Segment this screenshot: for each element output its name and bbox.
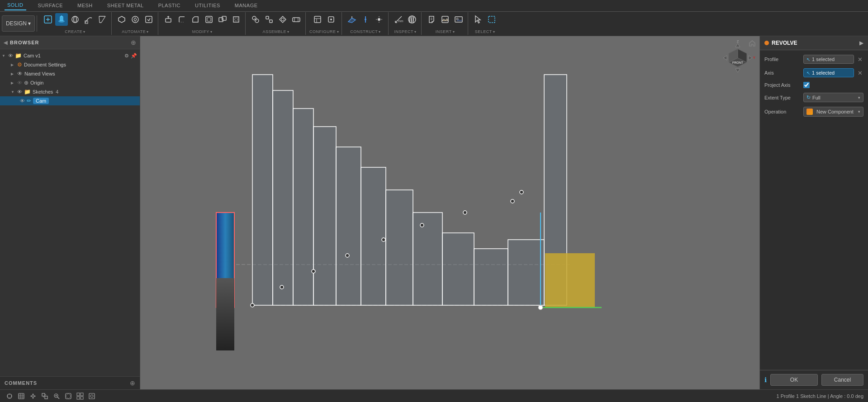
profile-selected-field[interactable]: ↖ 1 selected	[803, 55, 854, 64]
modify-chamfer[interactable]	[189, 13, 202, 26]
tab-bar: SOLID SURFACE MESH SHEET METAL PLASTIC U…	[0, 0, 868, 12]
view-options-button[interactable]	[87, 391, 97, 401]
comments-section[interactable]: COMMENTS ⊕	[0, 376, 140, 389]
configure-icon-2[interactable]	[325, 13, 337, 26]
svg-point-76	[251, 303, 254, 307]
axis-selected-field[interactable]: ↖ 1 selected	[803, 68, 854, 77]
assemble-icon-4[interactable]	[290, 13, 303, 26]
snap-tool-button[interactable]	[5, 391, 14, 401]
tab-utilities[interactable]: UTILITIES	[192, 1, 223, 10]
profile-clear-button[interactable]: ✕	[857, 56, 863, 63]
inspect-icons: mm	[392, 13, 418, 26]
svg-rect-116	[77, 393, 80, 396]
svg-point-77	[280, 285, 284, 289]
construct-point-icon[interactable]	[373, 13, 385, 26]
configure-icon-1[interactable]	[311, 13, 324, 26]
tab-mesh[interactable]: MESH	[75, 1, 95, 10]
axis-clear-button[interactable]: ✕	[857, 70, 863, 76]
browser-collapse-arrow[interactable]: ◀	[4, 40, 7, 46]
assemble-icon-3[interactable]	[276, 13, 289, 26]
tab-solid[interactable]: SOLID	[5, 0, 26, 10]
tab-surface[interactable]: SURFACE	[35, 1, 66, 10]
extent-type-row: Extent Type ↻ Full ▾	[764, 93, 863, 102]
tool-group-configure: CONFIGURE ▾	[307, 12, 342, 35]
create-sweep-icon[interactable]	[82, 13, 95, 26]
separator-1	[37, 15, 37, 32]
eye-icon-cam-sketch[interactable]: 👁	[20, 98, 25, 104]
insert-derive-icon[interactable]	[425, 13, 438, 26]
project-axis-checkbox[interactable]	[803, 82, 810, 88]
viewport[interactable]: FRONT Z Y	[140, 36, 759, 389]
automate-icon-3[interactable]	[142, 13, 155, 26]
automate-icon-1[interactable]	[115, 13, 128, 26]
tree-item-named-views[interactable]: ▶ 👁 Named Views	[0, 69, 140, 78]
tab-plastic[interactable]: PLASTIC	[156, 1, 183, 10]
eye-icon-origin[interactable]: 👁	[17, 80, 22, 85]
assemble-icon-1[interactable]	[249, 13, 262, 26]
select-box-icon[interactable]	[485, 13, 498, 26]
construct-group-label[interactable]: CONSTRUCT ▾	[350, 29, 381, 34]
modify-shell[interactable]	[203, 13, 215, 26]
select-group-label[interactable]: SELECT ▾	[475, 29, 495, 34]
tab-manage[interactable]: MANAGE	[232, 1, 261, 10]
eye-icon-sketches[interactable]: 👁	[17, 89, 22, 95]
create-group-label[interactable]: CREATE ▾	[65, 29, 85, 34]
zoom-fit-button[interactable]	[40, 391, 50, 401]
inspect-group-label[interactable]: INSPECT ▾	[394, 29, 417, 34]
modify-combine[interactable]	[216, 13, 229, 26]
pin-icon[interactable]: 📌	[131, 53, 137, 59]
create-extrude-icon[interactable]	[55, 13, 68, 26]
construct-plane-icon[interactable]	[346, 13, 358, 26]
modify-fillet[interactable]	[175, 13, 188, 26]
tab-sheet-metal[interactable]: SHEET METAL	[104, 1, 147, 10]
create-new-icon[interactable]	[42, 13, 54, 26]
svg-point-28	[281, 18, 284, 21]
zoom-tool-button[interactable]	[52, 391, 62, 401]
tree-item-cam-root[interactable]: ▼ 👁 📁 Cam v1 ⚙ 📌	[0, 51, 140, 60]
pan-tool-button[interactable]	[28, 391, 38, 401]
operation-dropdown[interactable]: New Component ▾	[803, 107, 863, 117]
browser-tree: ▼ 👁 📁 Cam v1 ⚙ 📌 ▶ ⚙ Document Settings ▶…	[0, 49, 140, 376]
automate-icon-2[interactable]	[129, 13, 142, 26]
cancel-button[interactable]: Cancel	[821, 374, 863, 386]
automate-group-label[interactable]: AUTOMATE ▾	[122, 29, 149, 34]
construct-axis-icon[interactable]	[359, 13, 372, 26]
assemble-group-label[interactable]: ASSEMBLE ▾	[263, 29, 289, 34]
tree-item-cam-sketch[interactable]: 👁 ✏ Cam	[0, 96, 140, 105]
info-icon[interactable]: ℹ	[764, 376, 767, 383]
svg-line-24	[254, 18, 257, 21]
svg-rect-4	[60, 17, 63, 21]
inspect-measure-icon[interactable]: mm	[392, 13, 405, 26]
home-button[interactable]	[749, 40, 756, 47]
settings-gear-icon[interactable]: ⚙	[124, 53, 129, 59]
inspect-zebra-icon[interactable]	[406, 13, 418, 26]
display-mode-button[interactable]	[63, 391, 73, 401]
tree-item-sketches[interactable]: ▼ 👁 📁 Sketches 4	[0, 87, 140, 96]
insert-decal-icon[interactable]	[439, 13, 451, 26]
modify-scale[interactable]	[230, 13, 242, 26]
grid-display-button[interactable]	[75, 391, 85, 401]
eye-icon-cam[interactable]: 👁	[8, 53, 13, 58]
assemble-icon-2[interactable]	[263, 13, 275, 26]
tree-item-origin[interactable]: ▶ 👁 ⊕ Origin	[0, 78, 140, 87]
comments-add-icon[interactable]: ⊕	[130, 379, 135, 387]
tree-item-doc-settings[interactable]: ▶ ⚙ Document Settings	[0, 60, 140, 69]
create-revolve-icon[interactable]	[69, 13, 81, 26]
modify-press-pull[interactable]	[162, 13, 175, 26]
design-button[interactable]: DESIGN ▾	[2, 15, 35, 32]
extent-type-dropdown[interactable]: ↻ Full ▾	[803, 93, 863, 102]
svg-marker-57	[456, 19, 462, 21]
create-loft-icon[interactable]	[96, 13, 109, 26]
modify-group-label[interactable]: MODIFY ▾	[192, 29, 213, 34]
select-cursor-icon[interactable]	[472, 13, 484, 26]
revolve-expand-icon[interactable]: ▶	[859, 40, 863, 46]
insert-group-label[interactable]: INSERT ▾	[436, 29, 455, 34]
svg-rect-71	[474, 249, 508, 305]
svg-point-79	[346, 254, 349, 257]
browser-settings-icon[interactable]: ⊕	[131, 39, 136, 46]
configure-group-label[interactable]: CONFIGURE ▾	[309, 29, 339, 34]
grid-tool-button[interactable]	[16, 391, 26, 401]
nav-cube[interactable]: FRONT Z Y	[720, 40, 756, 76]
insert-canvas-icon[interactable]	[452, 13, 465, 26]
ok-button[interactable]: OK	[770, 374, 818, 386]
